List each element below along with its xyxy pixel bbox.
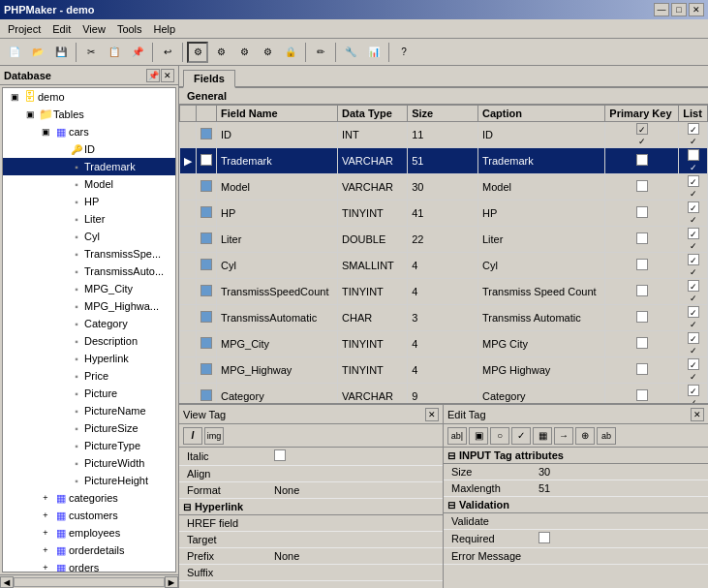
primary-key-checkbox[interactable]	[636, 232, 648, 244]
expand-orders[interactable]: +	[38, 560, 53, 573]
tree-item-orders[interactable]: + ▦ orders	[3, 559, 175, 573]
tree-item-description[interactable]: ▪ Description	[3, 332, 175, 350]
edit-tag-close-button[interactable]: ✕	[691, 408, 704, 421]
row-list[interactable]: ✓	[679, 279, 708, 305]
view-tag-close-button[interactable]: ✕	[425, 408, 439, 421]
expand-employees[interactable]: +	[38, 525, 53, 541]
primary-key-checkbox[interactable]	[636, 337, 648, 349]
row-primary-key[interactable]	[605, 357, 679, 384]
col-list[interactable]: List	[679, 106, 708, 122]
menu-help[interactable]: Help	[148, 21, 182, 37]
primary-key-checkbox[interactable]	[636, 259, 648, 270]
tree-item-trademark[interactable]: ▪ Trademark	[3, 158, 175, 175]
tree-item-mpgcity[interactable]: ▪ MPG_City	[3, 280, 175, 297]
row-primary-key[interactable]: ✓	[605, 122, 679, 148]
image-button[interactable]: img	[204, 427, 224, 445]
primary-key-checkbox[interactable]	[636, 180, 648, 192]
save-button[interactable]: 💾	[50, 42, 72, 63]
row-list[interactable]: ✓	[679, 253, 708, 279]
tool-btn-1[interactable]: ⚙	[187, 42, 208, 63]
list-checkbox[interactable]: ✓	[688, 123, 699, 135]
tree-item-picture[interactable]: ▪ Picture	[3, 385, 175, 402]
edit-ab2-button[interactable]: ab	[597, 427, 616, 445]
row-primary-key[interactable]	[605, 384, 679, 405]
tree-item-hyperlink[interactable]: ▪ Hyperlink	[3, 350, 175, 367]
tree-item-hp[interactable]: ▪ HP	[3, 193, 175, 210]
edit-arrow-button[interactable]: →	[554, 427, 573, 445]
tree-item-model[interactable]: ▪ Model	[3, 175, 175, 193]
table-row[interactable]: ▶TrademarkVARCHAR51Trademark✓	[180, 148, 708, 174]
menu-project[interactable]: Project	[2, 21, 46, 37]
tree-item-transmauto[interactable]: ▪ TransmissAuto...	[3, 263, 175, 280]
tree-item-customers[interactable]: + ▦ customers	[3, 507, 175, 524]
tree-item-picturename[interactable]: ▪ PictureName	[3, 402, 175, 419]
expand-orderdetails[interactable]: +	[38, 542, 53, 558]
fields-table-wrap[interactable]: Field Name Data Type Size Caption Primar…	[179, 105, 708, 404]
expand-icon[interactable]: ▣	[7, 89, 22, 105]
close-button[interactable]: ✕	[689, 3, 704, 16]
tree-item-category[interactable]: ▪ Category	[3, 315, 175, 332]
row-list[interactable]: ✓	[679, 174, 708, 201]
italic-checkbox[interactable]	[274, 449, 286, 461]
expand-categories[interactable]: +	[38, 490, 53, 506]
col-size[interactable]: Size	[408, 106, 478, 122]
tree-item-tables[interactable]: ▣ 📁 Tables	[3, 106, 175, 123]
col-fieldname[interactable]: Field Name	[217, 106, 338, 122]
tree-item-employees[interactable]: + ▦ employees	[3, 524, 175, 542]
edit-square-button[interactable]: ▣	[469, 427, 488, 445]
format-value[interactable]: None	[274, 484, 435, 496]
input-tag-collapse-icon[interactable]: ⊟	[447, 450, 455, 461]
tree-item-picturetype[interactable]: ▪ PictureType	[3, 437, 175, 454]
table-row[interactable]: IDINT11ID✓✓	[180, 122, 708, 148]
list-checkbox[interactable]: ✓	[688, 280, 699, 292]
menu-tools[interactable]: Tools	[111, 21, 148, 37]
list-checkbox[interactable]: ✓	[688, 175, 699, 187]
validation-collapse-icon[interactable]: ⊟	[447, 500, 455, 511]
maximize-button[interactable]: □	[671, 3, 687, 16]
menu-edit[interactable]: Edit	[46, 21, 77, 37]
list-checkbox[interactable]: ✓	[688, 332, 699, 344]
expand-customers[interactable]: +	[38, 508, 53, 523]
required-checkbox[interactable]	[539, 532, 550, 543]
help-button[interactable]: ?	[393, 42, 415, 63]
edit-check-button[interactable]: ✓	[511, 427, 531, 445]
scroll-right-btn[interactable]: ►	[165, 576, 178, 588]
tool-btn-2[interactable]: ⚙	[210, 42, 231, 63]
list-checkbox[interactable]: ✓	[688, 385, 699, 396]
table-row[interactable]: CategoryVARCHAR9Category✓	[180, 384, 708, 405]
edit-plus-button[interactable]: ⊕	[575, 427, 595, 445]
database-tree[interactable]: ▣ 🗄 demo ▣ 📁 Tables ▣ ▦ cars 🔑 ID	[2, 87, 176, 573]
primary-key-checkbox[interactable]	[636, 311, 648, 323]
primary-key-checkbox[interactable]	[636, 154, 648, 166]
panel-close-button[interactable]: ✕	[161, 69, 174, 82]
copy-button[interactable]: 📋	[104, 42, 125, 63]
scroll-track[interactable]	[14, 577, 165, 587]
undo-button[interactable]: ↩	[157, 42, 178, 63]
tree-item-pictureheight[interactable]: ▪ PictureHeight	[3, 472, 175, 489]
row-primary-key[interactable]	[605, 305, 679, 331]
table-row[interactable]: LiterDOUBLE22Liter✓	[180, 227, 708, 253]
tool-btn-7[interactable]: 🔧	[340, 42, 361, 63]
cut-button[interactable]: ✂	[80, 42, 102, 63]
tree-item-root[interactable]: ▣ 🗄 demo	[3, 88, 175, 106]
col-datatype[interactable]: Data Type	[338, 106, 408, 122]
row-list[interactable]: ✓	[679, 122, 708, 148]
tree-item-price[interactable]: ▪ Price	[3, 367, 175, 385]
tree-item-mpghwy[interactable]: ▪ MPG_Highwa...	[3, 297, 175, 315]
expand-cars-icon[interactable]: ▣	[38, 124, 53, 139]
table-row[interactable]: HPTINYINT41HP✓	[180, 201, 708, 227]
open-button[interactable]: 📂	[27, 42, 48, 63]
tool-btn-3[interactable]: ⚙	[233, 42, 255, 63]
row-primary-key[interactable]	[605, 227, 679, 253]
table-row[interactable]: ModelVARCHAR30Model✓	[180, 174, 708, 201]
edit-grid-button[interactable]: ▦	[533, 427, 552, 445]
tree-item-picturewidth[interactable]: ▪ PictureWidth	[3, 454, 175, 472]
italic-value[interactable]	[274, 449, 435, 463]
list-checkbox[interactable]: ✓	[688, 201, 699, 213]
list-checkbox[interactable]: ✓	[688, 358, 699, 370]
tree-item-orderdetails[interactable]: + ▦ orderdetails	[3, 542, 175, 559]
list-checkbox[interactable]: ✓	[688, 149, 699, 161]
tree-item-categories[interactable]: + ▦ categories	[3, 489, 175, 507]
tree-item-cyl[interactable]: ▪ Cyl	[3, 228, 175, 245]
table-row[interactable]: MPG_CityTINYINT4MPG City✓	[180, 331, 708, 357]
